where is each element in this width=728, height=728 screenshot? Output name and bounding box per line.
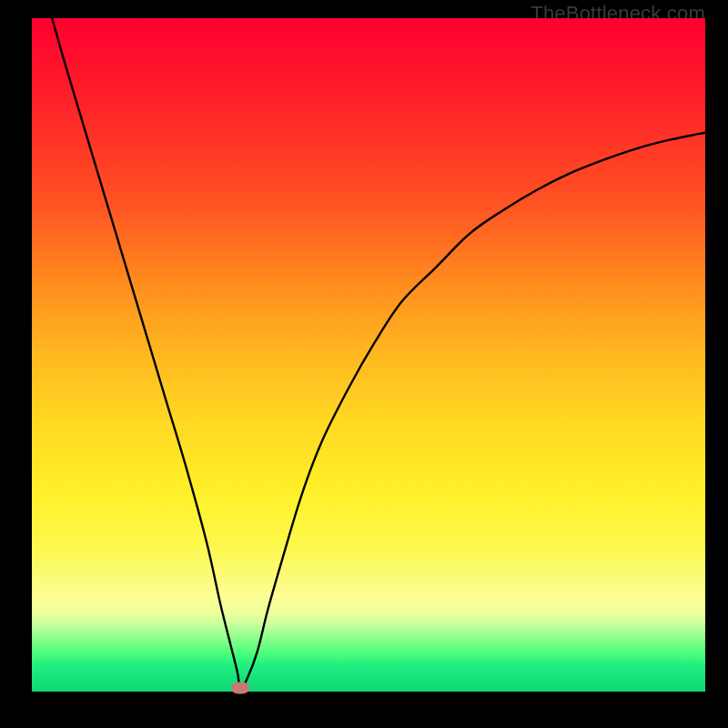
chart-frame: TheBottleneck.com bbox=[0, 0, 728, 728]
curve-path bbox=[52, 18, 705, 688]
minimum-marker bbox=[231, 682, 249, 694]
plot-area bbox=[32, 18, 705, 692]
bottleneck-curve bbox=[32, 18, 705, 692]
